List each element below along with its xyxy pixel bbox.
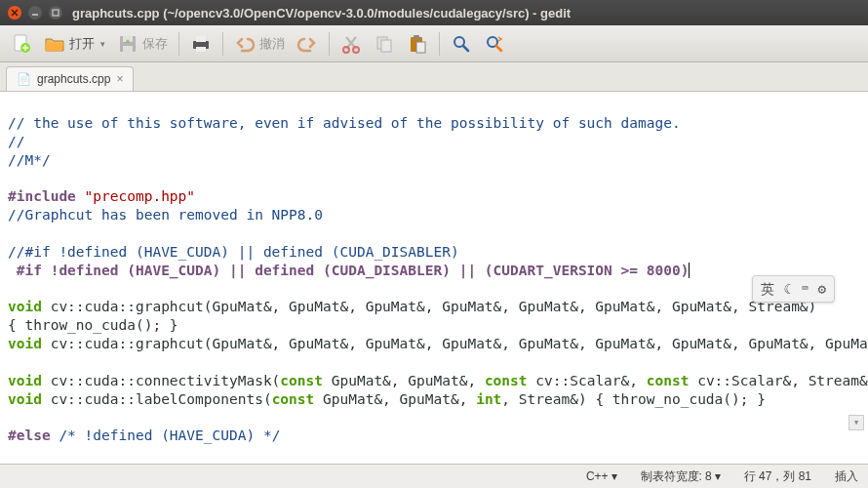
code-keyword: void: [8, 373, 42, 388]
paste-button[interactable]: [402, 30, 433, 58]
svg-point-10: [353, 47, 359, 53]
tabwidth-value: 8: [705, 469, 712, 483]
undo-label: 撤消: [259, 35, 285, 53]
file-icon: 📄: [17, 72, 31, 86]
ime-keyboard-icon[interactable]: ⌨: [802, 282, 809, 296]
ime-moon-icon[interactable]: ☾: [784, 280, 792, 298]
copy-icon: [374, 33, 395, 55]
code-preproc: #if !defined (HAVE_CUDA) || defined (CUD…: [8, 263, 689, 278]
code-keyword: const: [280, 373, 323, 388]
language-selector[interactable]: C++ ▾: [586, 469, 617, 483]
find-button[interactable]: [446, 30, 477, 58]
tab-close-button[interactable]: ×: [116, 72, 123, 86]
open-button[interactable]: 打开 ▾: [39, 30, 110, 58]
code-keyword: const: [485, 373, 528, 388]
new-file-button[interactable]: [6, 30, 37, 58]
code-line: { throw_no_cuda(); }: [8, 317, 178, 333]
copy-button[interactable]: [369, 30, 400, 58]
code-line: // the use of this software, even if adv…: [8, 115, 681, 131]
chevron-down-icon: ▾: [612, 469, 617, 483]
insert-mode: 插入: [835, 468, 858, 485]
open-folder-icon: [44, 33, 65, 55]
save-label: 保存: [142, 35, 168, 53]
cut-icon: [340, 33, 362, 55]
code-text: cv::cuda::graphcut(GpuMat&, GpuMat&, Gpu…: [42, 299, 816, 314]
svg-rect-15: [416, 42, 425, 53]
code-keyword: const: [272, 391, 315, 407]
code-line: //M*/: [8, 152, 51, 168]
file-tab-active[interactable]: 📄 graphcuts.cpp ×: [6, 66, 134, 91]
save-button[interactable]: 保存: [112, 30, 173, 58]
svg-rect-7: [196, 36, 206, 42]
language-label: C++: [586, 469, 609, 483]
ime-gear-icon[interactable]: ⚙: [818, 280, 826, 298]
window-title: graphcuts.cpp (~/opencv3.0/OpenCV/opencv…: [72, 6, 571, 20]
find-replace-icon: [484, 33, 505, 55]
code-text: , Stream&) { throw_no_cuda(); }: [501, 391, 766, 407]
toolbar-separator: [329, 32, 330, 56]
svg-rect-0: [53, 10, 59, 16]
window-controls: [8, 6, 62, 20]
svg-rect-5: [123, 46, 133, 52]
code-keyword: const: [647, 373, 690, 388]
toolbar-separator: [222, 32, 223, 56]
code-text: GpuMat&, GpuMat&,: [323, 373, 485, 388]
tabwidth-selector[interactable]: 制表符宽度: 8 ▾: [641, 468, 721, 485]
cursor-position: 行 47，列 81: [744, 468, 811, 485]
tabwidth-label: 制表符宽度:: [641, 468, 702, 485]
ime-panel[interactable]: 英 ☾ ⌨ ⚙: [752, 275, 836, 303]
code-keyword: int: [476, 391, 501, 407]
code-line: //: [8, 134, 24, 149]
tab-bar: 📄 graphcuts.cpp ×: [0, 62, 868, 92]
window-titlebar: graphcuts.cpp (~/opencv3.0/OpenCV/opencv…: [0, 0, 868, 25]
svg-rect-14: [414, 35, 419, 39]
code-preproc: #include: [8, 188, 76, 204]
code-text: cv::Scalar&,: [528, 373, 647, 388]
undo-button[interactable]: 撤消: [229, 30, 290, 58]
code-string: "precomp.hpp": [76, 188, 195, 204]
svg-rect-8: [196, 47, 206, 52]
code-comment: /* !defined (HAVE_CUDA) */: [51, 427, 281, 443]
redo-button[interactable]: [292, 30, 323, 58]
print-icon: [190, 33, 212, 55]
text-cursor: [689, 263, 690, 278]
undo-icon: [234, 33, 256, 55]
redo-icon: [296, 33, 318, 55]
status-bar: C++ ▾ 制表符宽度: 8 ▾ 行 47，列 81 插入: [0, 464, 868, 488]
tab-filename: graphcuts.cpp: [37, 72, 110, 86]
cut-button[interactable]: [335, 30, 367, 58]
chevron-down-icon: ▾: [715, 469, 721, 483]
ime-lang-indicator[interactable]: 英: [761, 280, 774, 298]
code-text: cv::Scalar&, Stream&) { throw_no_cuda();…: [689, 373, 868, 388]
toolbar-separator: [178, 32, 179, 56]
open-label: 打开: [69, 35, 95, 53]
replace-button[interactable]: [479, 30, 510, 58]
code-text: cv::cuda::labelComponents(: [42, 391, 272, 407]
code-keyword: void: [8, 391, 42, 407]
search-icon: [451, 33, 472, 55]
code-preproc: #else: [8, 427, 51, 443]
code-keyword: void: [8, 299, 42, 314]
new-file-icon: [11, 33, 32, 55]
window-maximize-button[interactable]: [49, 6, 62, 20]
code-editor[interactable]: // the use of this software, even if adv…: [0, 92, 868, 464]
save-icon: [117, 33, 138, 55]
scroll-down-button[interactable]: ▾: [848, 415, 864, 430]
svg-rect-12: [381, 40, 391, 52]
code-text: cv::cuda::connectivityMask(: [42, 373, 280, 388]
code-text: cv::cuda::graphcut(GpuMat&, GpuMat&, Gpu…: [42, 336, 868, 351]
window-minimize-button[interactable]: [28, 6, 42, 20]
svg-point-9: [343, 47, 349, 53]
code-line: //Graphcut has been removed in NPP8.0: [8, 207, 323, 223]
paste-icon: [407, 33, 428, 55]
code-line: //#if !defined (HAVE_CUDA) || defined (C…: [8, 244, 459, 260]
code-text: GpuMat&, GpuMat&,: [314, 391, 476, 407]
main-toolbar: 打开 ▾ 保存 撤消: [0, 25, 868, 62]
print-button[interactable]: [185, 30, 217, 58]
chevron-down-icon: ▾: [100, 39, 105, 49]
window-close-button[interactable]: [8, 6, 21, 20]
toolbar-separator: [439, 32, 440, 56]
code-keyword: void: [8, 336, 42, 351]
